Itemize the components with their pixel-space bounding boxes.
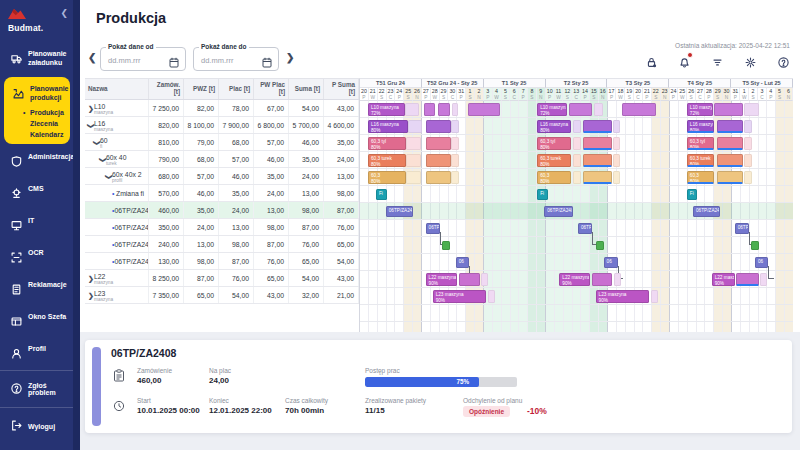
gantt-bar[interactable] bbox=[583, 171, 611, 184]
gantt-bar[interactable] bbox=[583, 154, 611, 167]
gantt-bar[interactable] bbox=[596, 241, 604, 250]
gantt-bar[interactable] bbox=[438, 103, 450, 116]
help-icon[interactable] bbox=[778, 54, 790, 66]
gantt-bar[interactable] bbox=[573, 171, 581, 184]
sidebar-subitem-kalendarz[interactable]: Kalendarz bbox=[6, 127, 68, 138]
table-row[interactable]: •06TP/ZA2408460,0035,0024,0013,0098,0087… bbox=[85, 202, 359, 219]
gantt-bar[interactable]: L22 maszyna90% bbox=[426, 273, 458, 286]
gantt-bar[interactable] bbox=[426, 154, 452, 167]
gantt-bar[interactable]: 06TP/ZA2408 bbox=[693, 206, 720, 217]
gantt-bar[interactable] bbox=[442, 241, 450, 250]
table-row[interactable]: ❯L23maszyna7 350,0065,0054,0043,0032,002… bbox=[85, 287, 359, 304]
filter-icon[interactable] bbox=[712, 54, 724, 66]
gantt-bar[interactable] bbox=[451, 154, 459, 167]
row-name-cell[interactable]: •06TP/ZA2409 bbox=[85, 219, 149, 235]
collapse-arrow-icon[interactable]: ❯ bbox=[87, 123, 95, 129]
sidebar-item-ocr[interactable]: OCR bbox=[0, 242, 80, 274]
gantt-bar[interactable] bbox=[760, 273, 767, 286]
gantt-bar[interactable]: 60,380% bbox=[537, 171, 571, 184]
gantt-bar[interactable] bbox=[744, 171, 752, 184]
sidebar-item-it[interactable]: IT bbox=[0, 210, 80, 242]
gantt-bar[interactable] bbox=[613, 171, 620, 184]
gantt-bar[interactable]: 06TP bbox=[578, 223, 592, 234]
gantt-bar[interactable] bbox=[569, 103, 592, 116]
gantt-bar[interactable]: L23 maszyna90% bbox=[596, 290, 649, 303]
date-from-field[interactable]: Pokaż dane od dd.mm.rrr bbox=[100, 47, 186, 71]
gantt-bar[interactable]: 06TP/ZA2408 bbox=[544, 206, 572, 217]
gantt-bar[interactable] bbox=[468, 103, 500, 116]
gantt-bar[interactable] bbox=[651, 290, 658, 303]
gantt-bar[interactable] bbox=[592, 273, 612, 286]
gantt-bar[interactable]: L23 maszyna90% bbox=[433, 290, 486, 303]
row-name-cell[interactable]: ❯L23maszyna bbox=[85, 287, 149, 303]
gantt-bar[interactable]: 60,380% bbox=[687, 171, 714, 184]
gantt-bar[interactable]: 06 bbox=[755, 257, 768, 268]
gantt-bar[interactable]: 60,380% bbox=[368, 171, 406, 184]
calendar-icon[interactable] bbox=[262, 54, 272, 72]
gantt-bar[interactable]: L16 maszyna80% bbox=[537, 120, 571, 133]
gantt-bar[interactable] bbox=[613, 137, 620, 150]
gantt-bar[interactable] bbox=[573, 137, 581, 150]
gantt-bar[interactable] bbox=[405, 103, 419, 116]
row-name-cell[interactable]: ❯L22maszyna bbox=[85, 270, 149, 286]
table-row[interactable]: ❯L16maszyna820,008 100,007 900,006 800,0… bbox=[85, 117, 359, 134]
gantt-bar[interactable] bbox=[583, 137, 611, 150]
bell-icon[interactable] bbox=[679, 54, 691, 66]
gantt-bar[interactable] bbox=[614, 273, 621, 286]
sidebar-item-reklamacje[interactable]: Reklamacje bbox=[0, 274, 80, 306]
gantt-bar[interactable]: 60,3 turek80% bbox=[687, 154, 714, 167]
gantt-bar[interactable] bbox=[744, 137, 752, 150]
sidebar-subitem-zlecenia[interactable]: Zlecenia bbox=[6, 116, 68, 127]
gantt-bar[interactable]: L16 maszyna80% bbox=[687, 120, 714, 133]
gantt-bar[interactable] bbox=[573, 154, 581, 167]
gantt-bar[interactable]: Fi bbox=[376, 189, 387, 200]
gantt-bar[interactable] bbox=[426, 137, 452, 150]
gantt-bar[interactable] bbox=[426, 171, 452, 184]
gantt-bar[interactable]: 06TP/ZA2408 bbox=[386, 206, 413, 217]
gantt-bar[interactable] bbox=[451, 120, 459, 133]
row-name-cell[interactable]: •Zmiana fi bbox=[85, 185, 149, 201]
sidebar-subitem-produkcja[interactable]: •Produkcja bbox=[6, 105, 68, 116]
row-name-cell[interactable]: •06TP/ZA2408 bbox=[85, 202, 149, 218]
gantt-bar[interactable] bbox=[426, 120, 452, 133]
gantt-bar[interactable] bbox=[717, 154, 743, 167]
gantt-bar[interactable] bbox=[714, 103, 742, 116]
row-name-cell[interactable]: ❯60x 40x 2profil bbox=[85, 168, 149, 184]
gantt-bar[interactable] bbox=[717, 171, 743, 184]
gantt-bar[interactable] bbox=[452, 103, 458, 116]
gantt-bar[interactable] bbox=[744, 103, 759, 116]
gantt-bar[interactable] bbox=[406, 154, 421, 167]
gantt-bar[interactable]: L10 maszyna72% bbox=[368, 103, 405, 116]
gantt-bar[interactable]: L22 maszyna90% bbox=[712, 273, 735, 286]
gantt-bar[interactable]: 60,3 tyl80% bbox=[537, 137, 571, 150]
sidebar-item-planowanie-za-adunku[interactable]: Planowanie załadunku bbox=[0, 43, 80, 75]
gantt-bar[interactable] bbox=[451, 171, 459, 184]
row-name-cell[interactable]: •06TP/ZA2410 bbox=[85, 236, 149, 252]
sidebar-item-administracja[interactable]: Administracja bbox=[0, 146, 80, 178]
table-row[interactable]: •06TP/ZA2409350,0024,0013,0098,0087,0076… bbox=[85, 219, 359, 236]
lock-icon[interactable] bbox=[646, 54, 658, 66]
row-name-cell[interactable]: ❯60fi bbox=[85, 134, 149, 150]
gantt-bar[interactable] bbox=[406, 137, 421, 150]
gantt-bar[interactable] bbox=[613, 154, 620, 167]
row-name-cell[interactable]: ❯L10maszyna bbox=[85, 100, 149, 116]
gantt-bar[interactable]: 06 bbox=[604, 257, 618, 268]
table-row[interactable]: ❯60x 40x 2profil680,0057,0046,0035,0024,… bbox=[85, 168, 359, 185]
gantt-bar[interactable]: 60,3 turek80% bbox=[537, 154, 571, 167]
gantt-bar[interactable] bbox=[744, 154, 752, 167]
row-name-cell[interactable]: •06TP/ZA2411 bbox=[85, 253, 149, 269]
table-row[interactable]: •Zmiana fi570,0046,0035,0024,0013,0098,0… bbox=[85, 185, 359, 202]
collapse-arrow-icon[interactable]: ❯ bbox=[99, 157, 107, 163]
gantt-bar[interactable]: 60,3 tyl80% bbox=[687, 137, 714, 150]
table-row[interactable]: ❯L10maszyna7 250,0082,0078,0067,0054,004… bbox=[85, 100, 359, 117]
gantt-bar[interactable] bbox=[613, 120, 620, 133]
sidebar-footer-wyloguj[interactable]: Wyloguj bbox=[0, 407, 73, 444]
gantt-bar[interactable]: Fi bbox=[687, 189, 698, 200]
sidebar-item-profil[interactable]: Profil bbox=[0, 338, 80, 370]
table-row[interactable]: •06TP/ZA2411130,0098,0087,0076,0065,0054… bbox=[85, 253, 359, 270]
table-row[interactable]: ❯60fi810,0079,0068,0057,0046,0035,00 bbox=[85, 134, 359, 151]
date-to-field[interactable]: Pokaż dane do dd.mm.rrr bbox=[193, 47, 279, 71]
sidebar-collapse-icon[interactable]: ❮ bbox=[60, 8, 68, 18]
sidebar-footer-zg-o-problem[interactable]: Zgłoś problem bbox=[0, 370, 73, 407]
gantt-bar[interactable] bbox=[736, 273, 758, 286]
